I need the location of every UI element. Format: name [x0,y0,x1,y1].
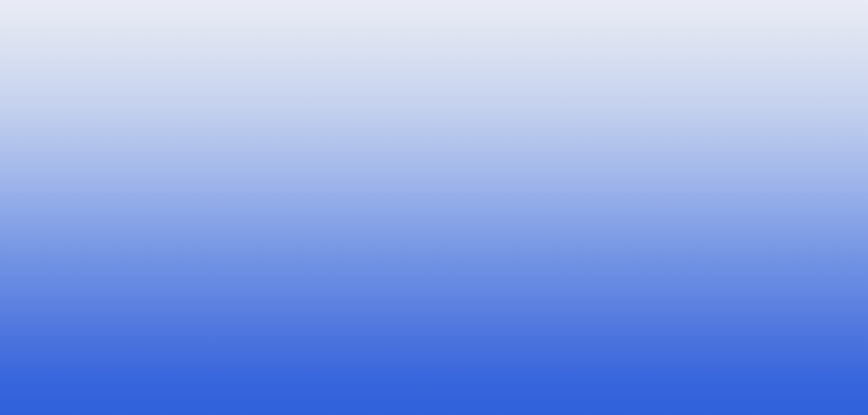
model-viewport[interactable] [0,0,868,415]
viewport-canvas[interactable] [0,0,868,415]
